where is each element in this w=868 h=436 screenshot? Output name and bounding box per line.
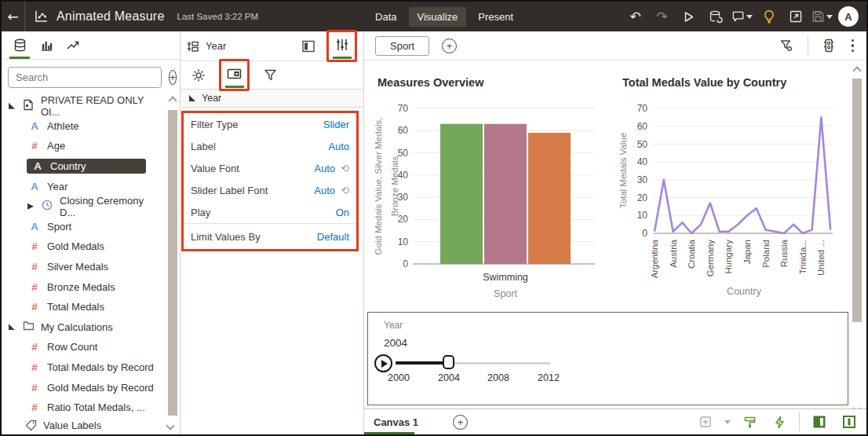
y-tick-label: 50 [398, 148, 409, 159]
play-icon [682, 10, 695, 24]
tree-item-my-calculations[interactable]: My Calculations [2, 317, 167, 338]
properties-rows-highlight: Filter TypeSliderLabelAutoValue FontAuto… [181, 111, 359, 251]
canvas-layout-button[interactable] [695, 412, 716, 433]
tree-item-silver-medals[interactable]: #Silver Medals [2, 257, 167, 277]
scroll-up-icon[interactable] [168, 96, 177, 104]
pinned-filters-button[interactable] [819, 35, 840, 57]
tree-expander-icon[interactable] [8, 102, 16, 110]
comments-button[interactable] [731, 6, 753, 27]
prop-value[interactable]: Auto [328, 141, 349, 152]
tab-data[interactable]: Data [367, 7, 405, 27]
layout-caret-icon[interactable] [724, 420, 731, 424]
tree-item-row-count[interactable]: #Row Count [2, 337, 167, 357]
back-button[interactable]: ← [2, 2, 25, 31]
slider-play-button[interactable] [374, 354, 392, 372]
tree-item-private-read-only-oi[interactable]: PRIVATE READ ONLY OI... [2, 96, 167, 116]
tree-item-label: Athlete [47, 120, 78, 132]
scrollbar-thumb[interactable] [168, 110, 177, 416]
prop-value[interactable]: Auto [314, 185, 335, 196]
present-play-button[interactable] [678, 6, 699, 27]
tree-item-closing-ceremony-d[interactable]: Closing Ceremony D... [2, 196, 167, 217]
redo-button[interactable]: ↷ [651, 6, 673, 27]
tree-item-label: Closing Ceremony D... [60, 195, 161, 218]
tree-expander-icon[interactable] [8, 323, 16, 331]
tree-item-gold-medals[interactable]: #Gold Medals [2, 236, 167, 257]
tree-item-total-medals[interactable]: #Total Medals [2, 297, 167, 317]
prop-value[interactable]: On [336, 207, 349, 218]
tree-item-label: Ratio Total Medals, ... [47, 401, 145, 413]
properties-tab-button[interactable] [331, 34, 352, 55]
tab-present[interactable]: Present [469, 7, 522, 27]
tree-item-age[interactable]: #Age [2, 136, 167, 156]
line-series[interactable] [655, 117, 830, 233]
tree-expander-icon[interactable] [27, 203, 35, 211]
slider-tick-2004: 2004 [438, 372, 460, 383]
prop-value[interactable]: Slider [323, 119, 349, 130]
canvas-menu-button[interactable] [850, 38, 856, 54]
slider-handle[interactable] [443, 355, 454, 369]
prop-value[interactable]: Default [317, 231, 349, 243]
undo-icon: ↶ [629, 10, 640, 24]
reset-icon[interactable]: ⟲ [341, 163, 349, 174]
reset-icon[interactable]: ⟲ [341, 185, 349, 196]
section-title: Year [202, 93, 221, 104]
add-data-button[interactable]: + [169, 70, 177, 85]
filter-values-button[interactable] [260, 64, 281, 86]
data-panel: + PRIVATE READ ONLY OI...AAthlete#AgeACo… [2, 31, 181, 434]
value-labels-section[interactable]: Value Labels [2, 416, 180, 434]
section-expander-icon[interactable] [188, 94, 196, 102]
tree-item-label: Year [47, 181, 67, 192]
tab-visualizations[interactable] [33, 31, 60, 59]
tree-item-country[interactable]: ACountry [2, 156, 167, 177]
insights-button[interactable] [758, 6, 779, 27]
tab-analytics[interactable] [60, 31, 86, 59]
viz-measures-overview[interactable]: Measures OverviewGold Medals Value, Silv… [364, 60, 613, 310]
y-tick-label: 40 [637, 156, 648, 167]
bar-bronze-medals[interactable] [528, 133, 571, 264]
grammar-panel-button[interactable] [297, 35, 319, 57]
prop-row-limit-values-by: Limit Values ByDefault [184, 223, 356, 249]
tree-item-ratio-total-medals[interactable]: #Ratio Total Medals, ... [2, 398, 167, 418]
field-tree: PRIVATE READ ONLY OI...AAthlete#AgeACoun… [2, 96, 167, 418]
viz-year-slider-filter[interactable]: Year 2004 2000200420082012 [367, 312, 848, 405]
canvas-tab-label: Canvas 1 [374, 416, 418, 428]
panel-toggle-right-button[interactable] [838, 412, 859, 433]
export-window-button[interactable] [785, 6, 806, 27]
collapse-section-icon[interactable] [166, 421, 174, 430]
search-input[interactable] [8, 67, 162, 88]
canvas-actions-button[interactable] [769, 412, 790, 433]
display-options-button[interactable] [224, 63, 245, 84]
undo-button[interactable]: ↶ [625, 6, 646, 27]
prop-value[interactable]: Auto [314, 163, 335, 174]
prop-label: Filter Type [191, 119, 238, 130]
avatar[interactable]: A [838, 6, 859, 27]
save-button[interactable] [811, 6, 833, 27]
slider-tick-2012: 2012 [538, 372, 560, 383]
scroll-up-icon[interactable] [852, 66, 861, 75]
filter-settings-button[interactable] [776, 35, 797, 57]
canvas-bottom-bar: Canvas 1 + [364, 409, 866, 434]
database-icon [13, 38, 27, 52]
panel-toggle-left-button[interactable] [808, 412, 830, 433]
add-filter-button[interactable]: + [442, 38, 457, 53]
tree-item-bronze-medals[interactable]: #Bronze Medals [2, 277, 167, 297]
canvas-tab-1[interactable]: Canvas 1 [364, 409, 428, 434]
general-settings-button[interactable] [188, 64, 209, 86]
bar-gold-medals-value[interactable] [440, 124, 483, 264]
viz-total-medals-by-country[interactable]: Total Medals Value by CountryTotal Medal… [613, 60, 866, 310]
sidebar-scrollbar[interactable] [167, 97, 178, 422]
refresh-data-button[interactable] [705, 6, 726, 27]
scrollbar-thumb[interactable] [852, 79, 862, 322]
section-header[interactable]: Year [181, 89, 363, 108]
prop-row-slider-label-font: Slider Label FontAuto⟲ [184, 179, 356, 201]
tree-item-gold-medals-by-record[interactable]: #Gold Medals by Record [2, 377, 167, 398]
tab-data-elements[interactable] [6, 31, 33, 59]
sport-filter-pill[interactable]: Sport [375, 36, 429, 56]
add-canvas-button[interactable]: + [453, 415, 468, 430]
chart-title: Total Medals Value by Country [622, 76, 786, 89]
canvas-style-button[interactable] [739, 412, 760, 433]
tab-visualize[interactable]: Visualize [409, 7, 467, 27]
bar-silver-medals[interactable] [484, 124, 527, 264]
canvas-scrollbar[interactable] [852, 68, 863, 412]
tree-item-total-medals-by-record[interactable]: #Total Medals by Record [2, 357, 167, 378]
